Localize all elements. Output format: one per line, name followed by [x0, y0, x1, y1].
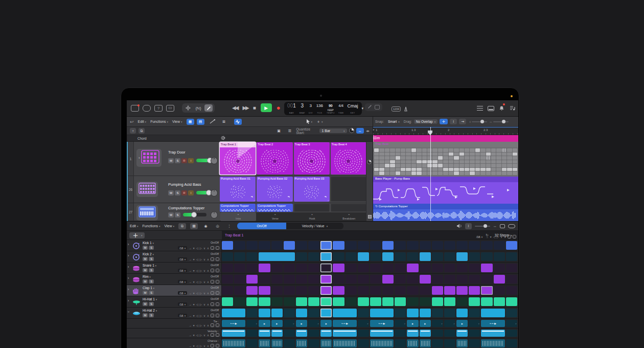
step-cell[interactable] [222, 330, 245, 337]
step-cell[interactable] [370, 241, 381, 250]
step-cell[interactable] [308, 241, 319, 250]
step-cell[interactable] [506, 330, 517, 337]
mute-button[interactable]: M [143, 302, 148, 306]
duplicate-track-button[interactable]: ⧉ [139, 128, 145, 134]
scene-trigger[interactable]: ⌃Breakdown [331, 212, 367, 221]
pencil-tool-icon[interactable] [204, 104, 213, 112]
grid-view-icon[interactable]: ▦ [187, 119, 194, 125]
step-cell[interactable] [308, 264, 319, 272]
loop-cell[interactable]: Trap Beat 3 [294, 142, 330, 175]
step-cell[interactable] [358, 309, 369, 317]
step-cell[interactable] [222, 309, 245, 317]
solo-button[interactable]: S [149, 257, 154, 261]
step-cell[interactable] [420, 264, 431, 272]
step-cell[interactable] [432, 241, 443, 250]
step-cell[interactable] [284, 264, 295, 272]
expand-icon[interactable]: › [128, 276, 129, 280]
crossfade-icon[interactable] [209, 119, 216, 125]
step-cell[interactable] [444, 264, 455, 272]
step-cell[interactable] [494, 275, 505, 284]
volume-slider[interactable] [183, 213, 206, 216]
step-cell[interactable] [395, 241, 406, 250]
step-cell[interactable] [407, 330, 418, 337]
step-cell[interactable] [469, 309, 480, 317]
solo-button[interactable]: S [149, 291, 154, 295]
pointer-tool-menu[interactable]: ▾ [306, 119, 313, 124]
v-zoom-slider[interactable] [472, 121, 487, 122]
rotate-right-icon[interactable]: ▷ [200, 280, 202, 284]
expand-icon[interactable]: › [128, 265, 129, 269]
step-edit-icon[interactable]: ◁ [211, 280, 214, 284]
step-cell[interactable] [346, 241, 357, 250]
step-cell[interactable] [395, 275, 406, 284]
step-cell[interactable]: ▸ [308, 320, 319, 327]
loop-cell[interactable]: Trap Beat 1 [220, 142, 256, 175]
step-cell[interactable] [346, 275, 357, 284]
mute-button[interactable]: M [143, 291, 148, 295]
rewind-button[interactable]: ◀◀ [232, 105, 238, 111]
disclosure-icon[interactable]: › [139, 156, 140, 160]
step-cell[interactable] [259, 264, 270, 272]
step-cell[interactable] [320, 252, 332, 261]
rotate-right-icon[interactable]: ▷ [200, 247, 202, 250]
row-header[interactable]: ›Snare 1 ▾MSOn/Off/16▾→▾◁▷∨∧◁▷ [127, 263, 222, 273]
undo-icon[interactable]: ↩ [130, 119, 134, 124]
loop-chev-icon[interactable]: ▾ [193, 314, 195, 317]
mute-button[interactable]: M [143, 313, 148, 317]
rate-select[interactable]: /16▾ [178, 291, 187, 295]
step-cell[interactable] [382, 275, 394, 284]
step-cell[interactable] [271, 275, 283, 284]
step-edit-icon[interactable]: ◁ [508, 235, 511, 238]
step-cell[interactable] [407, 264, 418, 272]
step-cell[interactable] [308, 252, 319, 261]
step-cell[interactable] [420, 297, 431, 306]
sequencer-view-menu[interactable]: View▾ [164, 224, 174, 228]
step-cell[interactable] [382, 241, 394, 250]
step-cell[interactable] [333, 339, 356, 347]
step-cell[interactable] [456, 297, 468, 306]
step-cell[interactable] [259, 330, 270, 337]
loop-chev-icon[interactable]: ▾ [193, 258, 195, 261]
solo-button[interactable]: S [149, 313, 154, 317]
loop-chev-icon[interactable]: ▾ [193, 280, 195, 284]
step-cell[interactable] [432, 309, 443, 317]
grid-options-icon[interactable]: ☰ [286, 128, 293, 134]
bar-ruler[interactable]: 11.322.3▸ [373, 127, 518, 135]
step-cell[interactable] [506, 286, 517, 295]
count-icon[interactable]: {N} [194, 104, 202, 112]
rate-select[interactable]: /16▾ [178, 314, 187, 317]
step-cell[interactable]: ▸ [358, 320, 369, 327]
step-cell[interactable] [358, 264, 369, 272]
step-cell[interactable]: ▸ [284, 320, 295, 327]
step-cell[interactable] [407, 309, 418, 317]
step-cell[interactable] [320, 264, 332, 272]
step-cell[interactable] [333, 286, 344, 295]
step-cell[interactable] [469, 297, 480, 306]
step-cell[interactable] [308, 286, 319, 295]
step-cell[interactable] [456, 264, 468, 272]
empty-cell-slot[interactable] [331, 177, 366, 202]
step-cell[interactable] [284, 241, 295, 250]
step-cell[interactable] [271, 297, 283, 306]
step-cell[interactable] [444, 286, 455, 295]
step-cell[interactable] [370, 252, 381, 261]
step-cell[interactable] [259, 286, 270, 295]
cell-view-icon[interactable]: ▤ [197, 119, 204, 125]
expand-icon[interactable]: › [128, 299, 129, 302]
step-edit-icon[interactable]: ◁ [211, 246, 214, 250]
step-cell[interactable] [456, 252, 468, 261]
step-cell[interactable] [469, 241, 480, 250]
sequencer-edit-menu[interactable]: Edit▾ [130, 224, 139, 228]
gear-icon[interactable] [221, 136, 225, 141]
step-cell[interactable] [284, 339, 295, 347]
step-cell[interactable] [358, 286, 369, 295]
step-cell[interactable] [320, 339, 332, 347]
increment-icon[interactable]: ∧ [207, 292, 209, 295]
step-cell[interactable] [420, 309, 431, 317]
quantize-pie-icon[interactable] [349, 128, 354, 134]
loop-chev-icon[interactable]: ▾ [193, 334, 195, 337]
h-zoom-slider[interactable] [493, 121, 509, 122]
marquee-icon[interactable]: ⊠ [220, 119, 228, 125]
step-cell[interactable] [246, 309, 258, 317]
solo-button[interactable]: S [175, 158, 180, 163]
